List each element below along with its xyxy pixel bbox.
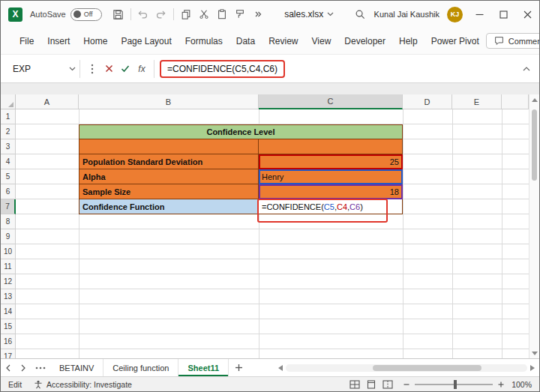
vertical-scroll-thumb[interactable]	[532, 109, 537, 181]
row-header-17[interactable]: 17	[1, 349, 16, 358]
row-header-3[interactable]: 3	[1, 139, 16, 154]
cell-C7-formula-editing[interactable]: =CONFIDENCE(C5,C4,C6)	[259, 199, 403, 214]
cell-B5[interactable]: Alpha	[79, 169, 259, 184]
row-header-7[interactable]: 7	[1, 199, 16, 214]
new-sheet-button[interactable]	[229, 359, 248, 376]
cells-area[interactable]: Confidence Level Population Standard Dev…	[16, 109, 529, 358]
column-header-d[interactable]: D	[403, 94, 452, 109]
row-header-9[interactable]: 9	[1, 229, 16, 244]
page-layout-view-icon[interactable]	[367, 380, 376, 389]
page-break-view-icon[interactable]	[382, 380, 393, 389]
sheet-nav-right-button[interactable]	[16, 359, 31, 376]
row-header-13[interactable]: 13	[1, 289, 16, 304]
more-commands-button[interactable]	[249, 4, 267, 24]
column-header-a[interactable]: A	[16, 94, 79, 109]
redo-button[interactable]	[152, 4, 170, 24]
accessibility-status-button[interactable]: Accessibility: Investigate	[34, 380, 132, 389]
column-header-e[interactable]: E	[452, 94, 502, 109]
zoom-out-icon[interactable]	[404, 382, 410, 388]
collapse-formula-bar-button[interactable]	[517, 60, 536, 78]
ribbon-tab-home[interactable]: Home	[76, 31, 114, 51]
cell-B7[interactable]: Confidence Function	[79, 199, 259, 214]
row-header-16[interactable]: 16	[1, 334, 16, 349]
excel-logo-icon[interactable]: X	[8, 7, 22, 22]
cancel-button[interactable]	[100, 60, 117, 78]
zoom-level[interactable]: 100%	[509, 380, 532, 389]
close-button[interactable]	[515, 1, 539, 28]
autosave-toggle[interactable]: AutoSave Off	[30, 8, 102, 21]
ribbon-tab-power-pivot[interactable]: Power Pivot	[424, 31, 486, 51]
zoom-slider[interactable]	[415, 384, 493, 385]
sheet-tab-sheet11[interactable]: Sheet11	[178, 359, 229, 376]
autosave-switch[interactable]: Off	[70, 8, 102, 21]
cell-B6[interactable]: Sample Size	[79, 184, 259, 199]
row-header-2[interactable]: 2	[1, 124, 16, 139]
ribbon-tab-page-layout[interactable]: Page Layout	[114, 31, 178, 51]
triangle-left-icon[interactable]	[278, 365, 283, 371]
cell-B2-merged-title[interactable]: Confidence Level	[79, 124, 403, 139]
comments-button[interactable]: Comments	[486, 33, 540, 49]
normal-view-icon[interactable]	[350, 380, 360, 389]
row-header-10[interactable]: 10	[1, 244, 16, 259]
row-header-14[interactable]: 14	[1, 304, 16, 319]
titlebar: X AutoSave Off	[1, 1, 539, 28]
row-header-6[interactable]: 6	[1, 184, 16, 199]
cell-C3[interactable]	[259, 139, 403, 154]
triangle-right-icon[interactable]	[530, 365, 535, 371]
ribbon-tab-file[interactable]: File	[13, 31, 40, 51]
cell-C6[interactable]: 18	[259, 184, 403, 199]
column-header-partial[interactable]	[502, 94, 529, 109]
document-title[interactable]: sales.xlsx	[284, 9, 334, 19]
sheet-tab-ceiling-function[interactable]: Ceiling function	[104, 359, 178, 376]
cell-B4[interactable]: Population Standard Deviation	[79, 154, 259, 169]
cut-button[interactable]	[195, 4, 213, 24]
vertical-scrollbar[interactable]	[529, 94, 539, 358]
search-icon	[355, 9, 366, 20]
row-header-12[interactable]: 12	[1, 274, 16, 289]
scroll-up-button[interactable]	[530, 94, 539, 105]
enter-button[interactable]	[117, 60, 134, 78]
search-button[interactable]	[352, 4, 370, 24]
column-header-b[interactable]: B	[79, 94, 259, 109]
row-header-4[interactable]: 4	[1, 154, 16, 169]
row-header-5[interactable]: 5	[1, 169, 16, 184]
horizontal-scroll-thumb[interactable]	[373, 365, 482, 371]
zoom-slider-thumb[interactable]	[454, 380, 457, 389]
horizontal-scrollbar[interactable]	[278, 359, 535, 376]
undo-button[interactable]	[134, 4, 152, 24]
select-all-button[interactable]	[1, 94, 16, 109]
row-header-11[interactable]: 11	[1, 259, 16, 274]
minimize-button[interactable]	[467, 1, 491, 28]
maximize-button[interactable]	[491, 1, 515, 28]
save-button[interactable]	[110, 4, 128, 24]
cell-B3[interactable]	[79, 139, 259, 154]
all-sheets-button[interactable]	[31, 359, 50, 376]
formula-input[interactable]: =CONFIDENCE(C5,C4,C6)	[158, 60, 517, 78]
name-box-options-button[interactable]	[84, 60, 100, 78]
ribbon-tab-developer[interactable]: Developer	[338, 31, 392, 51]
account-button[interactable]: Kunal Jai Kaushik KJ	[374, 7, 463, 22]
cell-C5[interactable]: Henry	[259, 169, 403, 184]
ribbon-tab-formulas[interactable]: Formulas	[178, 31, 230, 51]
name-box[interactable]: EXP	[7, 59, 76, 79]
ribbon-tab-insert[interactable]: Insert	[40, 31, 76, 51]
ribbon-tab-review[interactable]: Review	[262, 31, 304, 51]
zoom-in-icon[interactable]	[498, 382, 504, 388]
ribbon-tab-help[interactable]: Help	[392, 31, 424, 51]
paste-button[interactable]	[213, 4, 231, 24]
column-header-c[interactable]: C	[259, 94, 403, 109]
format-painter-button[interactable]	[231, 4, 249, 24]
ribbon-tab-data[interactable]: Data	[230, 31, 262, 51]
sheet-tab-betainv[interactable]: BETAINV	[50, 359, 104, 376]
sheet-nav-left-button[interactable]	[1, 359, 16, 376]
scroll-down-button[interactable]	[530, 348, 539, 358]
row-header-15[interactable]: 15	[1, 319, 16, 334]
row-header-1[interactable]: 1	[1, 109, 16, 124]
cell-C4[interactable]: 25	[259, 154, 403, 169]
insert-function-button[interactable]: fx	[134, 60, 150, 78]
copy-button[interactable]	[177, 4, 195, 24]
ribbon-gap	[1, 83, 539, 94]
row-header-8[interactable]: 8	[1, 214, 16, 229]
ribbon-tab-view[interactable]: View	[305, 31, 338, 51]
horizontal-scroll-track[interactable]	[286, 364, 527, 372]
